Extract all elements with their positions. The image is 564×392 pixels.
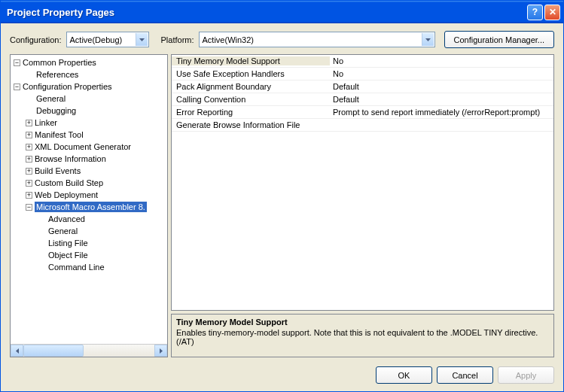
property-value[interactable]: No (330, 56, 553, 65)
tree-item[interactable]: Debugging (11, 105, 167, 117)
property-value[interactable]: Default (330, 95, 553, 104)
expand-icon[interactable]: + (26, 132, 32, 138)
tree-item[interactable]: +Web Deployment (11, 189, 167, 201)
property-key: Error Reporting (172, 108, 330, 117)
expand-icon[interactable]: + (26, 168, 32, 175)
expand-icon[interactable]: + (26, 120, 32, 126)
tree-item-label: Debugging (36, 106, 76, 115)
property-value[interactable]: No (330, 69, 553, 78)
property-key: Tiny Memory Model Support (172, 56, 330, 65)
property-row[interactable]: Error ReportingPrompt to send report imm… (172, 106, 553, 119)
help-button[interactable]: ? (527, 5, 543, 20)
property-key: Pack Alignment Boundary (172, 82, 330, 91)
tree-item[interactable]: Advanced (11, 213, 167, 225)
property-key: Calling Convention (172, 95, 330, 104)
cancel-button[interactable]: Cancel (437, 366, 493, 384)
tree-item-label: Microsoft Macro Assembler 8. (35, 202, 147, 212)
collapse-icon[interactable]: − (26, 204, 32, 211)
scroll-right-icon[interactable] (154, 345, 167, 357)
property-row[interactable]: Pack Alignment BoundaryDefault (172, 81, 553, 93)
tree-item[interactable]: Command Line (11, 261, 167, 273)
tree-item-label: Custom Build Step (35, 178, 103, 187)
property-row[interactable]: Tiny Memory Model SupportNo (172, 55, 553, 68)
horizontal-scrollbar[interactable] (11, 344, 167, 357)
expand-icon[interactable]: + (26, 180, 32, 187)
tree-item[interactable]: +Linker (11, 117, 167, 129)
tree-item[interactable]: −Microsoft Macro Assembler 8. (11, 201, 167, 213)
tree-item[interactable]: +Custom Build Step (11, 177, 167, 189)
main-area: −Common PropertiesReferences−Configurati… (10, 54, 554, 357)
tree-item[interactable]: Listing File (11, 237, 167, 249)
tree-item-label: Advanced (48, 214, 85, 223)
tree-item[interactable]: +Browse Information (11, 153, 167, 165)
tree-item-label: General (48, 226, 78, 236)
chevron-down-icon (422, 33, 434, 46)
titlebar-title: Project Property Pages (7, 7, 527, 18)
tree-item-label: Browse Information (35, 154, 106, 163)
apply-button: Apply (498, 366, 554, 384)
configuration-value: Active(Debug) (70, 35, 123, 44)
tree-item-label: Command Line (48, 263, 105, 272)
scroll-thumb[interactable] (23, 345, 84, 357)
property-key: Use Safe Exception Handlers (172, 69, 330, 78)
ok-button[interactable]: OK (376, 366, 432, 384)
scroll-left-icon[interactable] (11, 345, 23, 357)
property-row[interactable]: Use Safe Exception HandlersNo (172, 68, 553, 81)
dialog-window: Project Property Pages ? ✕ Configuration… (0, 0, 564, 392)
tree-item-label: General (36, 94, 66, 103)
description-title: Tiny Memory Model Support (176, 318, 549, 327)
button-row: OK Cancel Apply (10, 363, 554, 384)
description-body: Enables tiny-memory-model support. Note … (176, 328, 549, 346)
tree-item-label: Listing File (48, 239, 88, 248)
expand-icon[interactable]: + (26, 156, 32, 163)
tree-item[interactable]: General (11, 225, 167, 237)
description-panel: Tiny Memory Model Support Enables tiny-m… (171, 314, 554, 357)
tree-item[interactable]: Object File (11, 249, 167, 261)
configuration-combo[interactable]: Active(Debug) (66, 32, 149, 47)
tree-item-label: Common Properties (23, 58, 96, 67)
tree-item[interactable]: −Common Properties (11, 56, 167, 68)
platform-combo[interactable]: Active(Win32) (199, 32, 435, 47)
tree-item-label: Build Events (35, 166, 81, 175)
tree-item[interactable]: +XML Document Generator (11, 141, 167, 153)
tree-item[interactable]: +Manifest Tool (11, 129, 167, 141)
tree[interactable]: −Common PropertiesReferences−Configurati… (11, 55, 167, 344)
close-button[interactable]: ✕ (544, 5, 560, 20)
property-value[interactable]: Default (330, 82, 553, 91)
expand-icon[interactable]: + (26, 192, 32, 199)
configuration-label: Configuration: (10, 35, 62, 44)
expand-icon[interactable]: + (26, 144, 32, 150)
property-row[interactable]: Calling ConventionDefault (172, 93, 553, 106)
tree-item-label: XML Document Generator (35, 142, 131, 151)
property-value[interactable]: Prompt to send report immediately (/erro… (330, 108, 553, 117)
property-key: Generate Browse Information File (172, 120, 330, 129)
platform-value: Active(Win32) (203, 35, 254, 44)
config-row: Configuration: Active(Debug) Platform: A… (10, 31, 554, 48)
scroll-track[interactable] (23, 345, 154, 357)
property-row[interactable]: Generate Browse Information File (172, 119, 553, 132)
tree-item-label: Manifest Tool (35, 130, 84, 139)
tree-item-label: Linker (35, 118, 57, 127)
tree-item-label: Object File (48, 251, 88, 260)
tree-item[interactable]: General (11, 93, 167, 105)
collapse-icon[interactable]: − (14, 59, 20, 66)
titlebar[interactable]: Project Property Pages ? ✕ (1, 1, 563, 23)
tree-item-label: Configuration Properties (23, 82, 112, 91)
tree-item[interactable]: +Build Events (11, 165, 167, 177)
platform-label: Platform: (161, 35, 194, 44)
chevron-down-icon (136, 33, 148, 46)
tree-item-label: Web Deployment (35, 190, 98, 199)
right-panel: Tiny Memory Model SupportNoUse Safe Exce… (171, 54, 554, 357)
collapse-icon[interactable]: − (14, 84, 20, 90)
tree-panel: −Common PropertiesReferences−Configurati… (10, 54, 168, 357)
tree-item[interactable]: References (11, 68, 167, 81)
configuration-manager-button[interactable]: Configuration Manager... (444, 31, 554, 48)
dialog-content: Configuration: Active(Debug) Platform: A… (1, 23, 563, 391)
tree-item-label: References (36, 70, 78, 79)
property-grid[interactable]: Tiny Memory Model SupportNoUse Safe Exce… (171, 54, 554, 311)
tree-item[interactable]: −Configuration Properties (11, 81, 167, 93)
